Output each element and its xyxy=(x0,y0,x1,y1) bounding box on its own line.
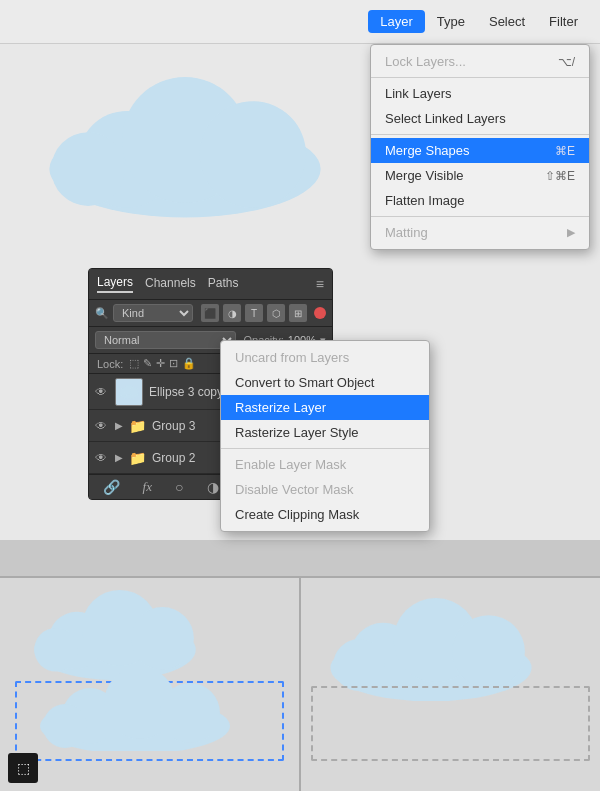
menu-select[interactable]: Select xyxy=(477,10,537,33)
menu-lock-layers[interactable]: Lock Layers... ⌥/ xyxy=(371,49,589,74)
context-menu: Uncard from Layers Convert to Smart Obje… xyxy=(220,340,430,532)
group2-arrow[interactable]: ▶ xyxy=(115,452,123,463)
layers-panel-menu-icon[interactable]: ≡ xyxy=(316,276,324,292)
visibility-icon-ellipse[interactable]: 👁 xyxy=(95,385,109,399)
link-layers-icon[interactable]: 🔗 xyxy=(103,479,120,495)
filter-active-dot xyxy=(314,307,326,319)
svg-point-22 xyxy=(452,615,525,688)
cloud-in-selection xyxy=(25,671,245,755)
search-icon: 🔍 xyxy=(95,307,109,320)
visibility-icon-group3[interactable]: 👁 xyxy=(95,419,109,433)
menu-select-linked[interactable]: Select Linked Layers xyxy=(371,106,589,131)
menu-link-layers[interactable]: Link Layers xyxy=(371,81,589,106)
filter-smart-icon[interactable]: ⊞ xyxy=(289,304,307,322)
filter-type-icon[interactable]: T xyxy=(245,304,263,322)
lock-icons: ⬚ ✎ ✛ ⊡ 🔒 xyxy=(129,357,196,370)
menu-flatten-image[interactable]: Flatten Image xyxy=(371,188,589,213)
group3-folder-icon: 📁 xyxy=(129,418,146,434)
adjustment-icon[interactable]: ◑ xyxy=(207,479,219,495)
svg-point-13 xyxy=(34,628,78,672)
layer-filter-icons: ⬛ ◑ T ⬡ ⊞ xyxy=(201,304,307,322)
menu-layer[interactable]: Layer xyxy=(368,10,425,33)
canvas-area: Layer Type Select Filter Lock Layers... … xyxy=(0,0,600,540)
cloud-top xyxy=(30,60,340,220)
lock-position-icon[interactable]: ✛ xyxy=(156,357,165,370)
filter-adjust-icon[interactable]: ◑ xyxy=(223,304,241,322)
dropdown-menu: Lock Layers... ⌥/ Link Layers Select Lin… xyxy=(370,44,590,250)
menu-matting[interactable]: Matting ▶ xyxy=(371,220,589,245)
ctx-convert-smart[interactable]: Convert to Smart Object xyxy=(221,370,429,395)
ctx-rasterize-style[interactable]: Rasterize Layer Style xyxy=(221,420,429,445)
menu-type[interactable]: Type xyxy=(425,10,477,33)
layers-search-row: 🔍 Kind ⬛ ◑ T ⬡ ⊞ xyxy=(89,300,332,327)
separator-2 xyxy=(371,134,589,135)
svg-point-8 xyxy=(130,387,138,395)
bottom-left-panel: ⬚ xyxy=(0,578,301,791)
svg-point-4 xyxy=(51,132,125,206)
svg-point-23 xyxy=(333,639,385,691)
filter-shape-icon[interactable]: ⬡ xyxy=(267,304,285,322)
svg-point-18 xyxy=(43,704,87,748)
group3-arrow[interactable]: ▶ xyxy=(115,420,123,431)
marquee-tool-icon[interactable]: ⬚ xyxy=(8,753,38,783)
ctx-enable-mask[interactable]: Enable Layer Mask xyxy=(221,452,429,477)
fx-icon[interactable]: fx xyxy=(143,479,152,495)
visibility-icon-group2[interactable]: 👁 xyxy=(95,451,109,465)
menu-bar: Layer Type Select Filter xyxy=(0,0,600,44)
ctx-clipping-mask[interactable]: Create Clipping Mask xyxy=(221,502,429,527)
add-mask-icon[interactable]: ○ xyxy=(175,479,183,495)
tab-paths[interactable]: Paths xyxy=(208,276,239,292)
group2-folder-icon: 📁 xyxy=(129,450,146,466)
svg-point-17 xyxy=(160,683,220,743)
ctx-uncard[interactable]: Uncard from Layers xyxy=(221,345,429,370)
kind-select[interactable]: Kind xyxy=(113,304,193,322)
ctx-disable-vector[interactable]: Disable Vector Mask xyxy=(221,477,429,502)
menu-merge-shapes[interactable]: Merge Shapes ⌘E xyxy=(371,138,589,163)
menu-filter[interactable]: Filter xyxy=(537,10,590,33)
layer-thumb-ellipse xyxy=(115,378,143,406)
bottom-right-panel xyxy=(301,578,600,791)
lock-paint-icon[interactable]: ✎ xyxy=(143,357,152,370)
menu-merge-visible[interactable]: Merge Visible ⇧⌘E xyxy=(371,163,589,188)
lock-label: Lock: xyxy=(97,358,123,370)
separator-3 xyxy=(371,216,589,217)
ctx-rasterize-layer[interactable]: Rasterize Layer xyxy=(221,395,429,420)
separator-1 xyxy=(371,77,589,78)
lock-artboard-icon[interactable]: ⊡ xyxy=(169,357,178,370)
tab-layers[interactable]: Layers xyxy=(97,275,133,293)
layers-panel-header: Layers Channels Paths ≡ xyxy=(89,269,332,300)
filter-pixel-icon[interactable]: ⬛ xyxy=(201,304,219,322)
ctx-sep-1 xyxy=(221,448,429,449)
selection-outline-right xyxy=(311,686,590,761)
tab-channels[interactable]: Channels xyxy=(145,276,196,292)
bottom-split: ⬚ xyxy=(0,576,600,791)
svg-point-3 xyxy=(200,101,307,208)
svg-point-12 xyxy=(131,607,194,670)
lock-transparent-icon[interactable]: ⬚ xyxy=(129,357,139,370)
blend-mode-select[interactable]: Normal xyxy=(95,331,236,349)
lock-all-icon[interactable]: 🔒 xyxy=(182,357,196,370)
